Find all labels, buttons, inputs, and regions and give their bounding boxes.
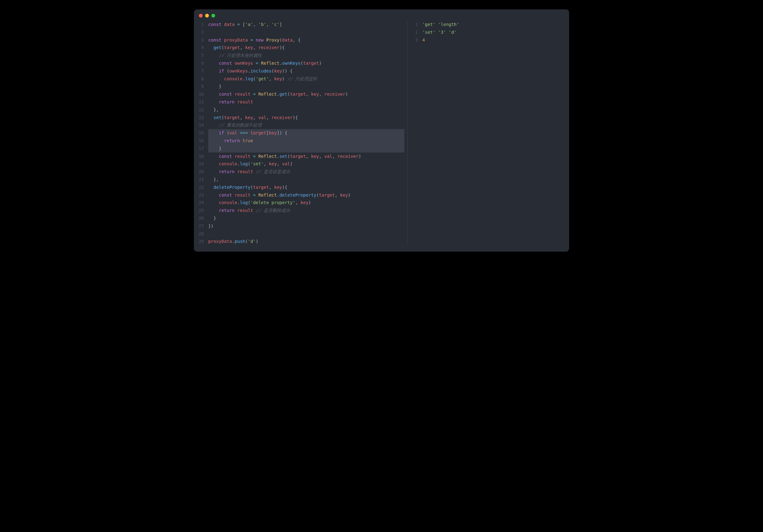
code-line[interactable]: 3const proxyData = new Proxy(data, { [197,36,404,44]
code-line[interactable]: 29proxyData.push('d') [197,237,404,245]
code-content: const result = Reflect.set(target, key, … [208,152,404,160]
editor-panes: 1const data = ['a', 'b', 'c']23const pro… [194,21,569,252]
code-content: get(target, key, receiver){ [208,44,404,51]
code-line[interactable]: 20 return result // 是否设置成功 [197,168,404,176]
code-content: deleteProperty(target, key){ [208,184,404,191]
code-line[interactable]: 22 deleteProperty(target, key){ [197,184,404,191]
pane-divider [407,21,408,245]
output-line[interactable]: 34 [411,36,566,44]
code-content: if (ownKeys.includes(key)) { [208,67,404,75]
code-line[interactable]: 28 [197,230,404,238]
code-content: 'get' 'length' [422,21,566,29]
code-line[interactable]: 2 [197,29,404,36]
code-content: const result = Reflect.deleteProperty(ta… [208,191,404,199]
line-number: 17 [197,145,208,152]
line-number: 23 [197,191,208,199]
code-line[interactable]: 9 } [197,82,404,90]
code-line[interactable]: 24 console.log('delete property', key) [197,199,404,207]
minimize-icon[interactable] [205,14,209,18]
code-line[interactable]: 6 const ownKeys = Reflect.ownKeys(target… [197,59,404,67]
editor-window: 1const data = ['a', 'b', 'c']23const pro… [194,9,569,252]
line-number: 21 [197,176,208,184]
code-content: } [208,82,404,90]
code-line[interactable]: 10 const result = Reflect.get(target, ke… [197,90,404,98]
code-content: console.log('set', key, val) [208,160,404,168]
code-content: if (val === target[key]) { [208,129,404,137]
line-number: 11 [197,98,208,106]
line-number: 3 [411,36,422,44]
line-number: 20 [197,168,208,176]
line-number: 4 [197,44,208,51]
code-line[interactable]: 11 return result [197,98,404,106]
code-content: const result = Reflect.get(target, key, … [208,90,404,98]
code-content: }) [208,222,404,230]
code-line[interactable]: 15 if (val === target[key]) { [197,129,404,137]
line-number: 28 [197,230,208,238]
code-content: console.log('delete property', key) [208,199,404,207]
code-pane[interactable]: 1const data = ['a', 'b', 'c']23const pro… [197,21,404,245]
line-number: 13 [197,114,208,122]
code-line[interactable]: 18 const result = Reflect.set(target, ke… [197,152,404,160]
code-content: // 重复的数据不处理 [208,121,404,129]
code-content: }, [208,106,404,114]
code-content: return result // 是否设置成功 [208,168,404,176]
line-number: 2 [197,29,208,36]
line-number: 3 [197,36,208,44]
code-content: 'set' '3' 'd' [422,29,566,36]
code-line[interactable]: 14 // 重复的数据不处理 [197,121,404,129]
line-number: 6 [197,59,208,67]
code-line[interactable]: 19 console.log('set', key, val) [197,160,404,168]
code-line[interactable]: 16 return true [197,137,404,145]
maximize-icon[interactable] [211,14,215,18]
code-content: proxyData.push('d') [208,237,404,245]
line-number: 25 [197,207,208,215]
line-number: 27 [197,222,208,230]
line-number: 7 [197,67,208,75]
line-number: 18 [197,152,208,160]
code-content: }, [208,176,404,184]
output-pane[interactable]: 1'get' 'length'2'set' '3' 'd'34 [411,21,566,245]
output-line[interactable]: 2'set' '3' 'd' [411,29,566,36]
output-line[interactable]: 1'get' 'length' [411,21,566,29]
code-line[interactable]: 12 }, [197,106,404,114]
code-line[interactable]: 21 }, [197,176,404,184]
code-content: } [208,145,404,152]
titlebar [194,9,569,21]
code-line[interactable]: 17 } [197,145,404,152]
code-content: const data = ['a', 'b', 'c'] [208,21,404,29]
code-line[interactable]: 23 const result = Reflect.deleteProperty… [197,191,404,199]
line-number: 8 [197,75,208,83]
line-number: 22 [197,184,208,191]
code-content: const ownKeys = Reflect.ownKeys(target) [208,59,404,67]
close-icon[interactable] [199,14,203,18]
code-content: } [208,215,404,222]
line-number: 15 [197,129,208,137]
line-number: 2 [411,29,422,36]
line-number: 1 [197,21,208,29]
line-number: 5 [197,51,208,59]
line-number: 1 [411,21,422,29]
code-content: // 只处理本身的属性 [208,51,404,59]
code-line[interactable]: 4 get(target, key, receiver){ [197,44,404,51]
code-line[interactable]: 5 // 只处理本身的属性 [197,51,404,59]
code-content: 4 [422,36,566,44]
line-number: 14 [197,121,208,129]
code-line[interactable]: 8 console.log('get', key) // 只处理监听 [197,75,404,83]
line-number: 24 [197,199,208,207]
code-content: return result // 是否删除成功 [208,207,404,215]
code-line[interactable]: 27}) [197,222,404,230]
line-number: 10 [197,90,208,98]
code-line[interactable]: 26 } [197,215,404,222]
line-number: 26 [197,215,208,222]
code-line[interactable]: 13 set(target, key, val, receiver){ [197,114,404,122]
code-content: const proxyData = new Proxy(data, { [208,36,404,44]
code-content: set(target, key, val, receiver){ [208,114,404,122]
code-line[interactable]: 25 return result // 是否删除成功 [197,207,404,215]
code-content: return true [208,137,404,145]
line-number: 19 [197,160,208,168]
code-line[interactable]: 7 if (ownKeys.includes(key)) { [197,67,404,75]
code-content: console.log('get', key) // 只处理监听 [208,75,404,83]
line-number: 9 [197,82,208,90]
line-number: 12 [197,106,208,114]
code-line[interactable]: 1const data = ['a', 'b', 'c'] [197,21,404,29]
